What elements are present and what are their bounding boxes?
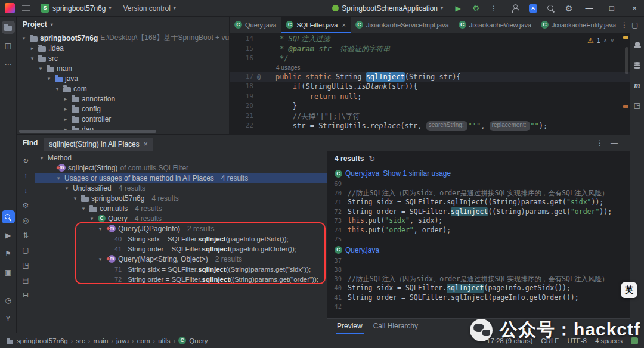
- editor-tab[interactable]: CJixiaokaoheEntity.java: [536, 17, 621, 33]
- project-widget[interactable]: S springboot57n6g ▾: [36, 2, 115, 14]
- find-tree-node[interactable]: ▾mQuery(JQPageInfo)2 results: [35, 223, 327, 234]
- editor-tab[interactable]: CJixiaokaoheServiceImpl.java: [351, 17, 454, 33]
- project-tree-item[interactable]: ▾springboot57n6g E:\Desktop\【168】基于Sprin…: [17, 33, 229, 43]
- close-icon[interactable]: ×: [342, 21, 345, 29]
- preview-code-line[interactable]: 69: [330, 179, 630, 189]
- terminal-tool-icon[interactable]: ▣: [2, 266, 15, 279]
- inspections-widget[interactable]: ⚠ 1 ∧ ∨: [584, 36, 618, 45]
- next-issue-icon[interactable]: ∨: [610, 38, 614, 44]
- project-tool-icon[interactable]: [2, 21, 15, 34]
- chevron-icon[interactable]: ▾: [80, 206, 87, 212]
- find-results-tab[interactable]: sqlInject(String) in All Places ×: [44, 138, 153, 151]
- status-widget[interactable]: UTF-8: [567, 337, 587, 344]
- status-widget[interactable]: CRLF: [541, 337, 559, 344]
- chevron-icon[interactable]: ▾: [97, 226, 104, 232]
- warning-stripe-mark[interactable]: [623, 36, 628, 39]
- preview-code-line[interactable]: 73this.put("sidx", sidx);: [330, 216, 630, 226]
- database-tool-icon[interactable]: [631, 58, 644, 72]
- bookmarks-tool-icon[interactable]: ⚑: [2, 247, 15, 260]
- git-tool-icon[interactable]: Y: [2, 312, 15, 325]
- preview-code-line[interactable]: 42: [330, 302, 630, 312]
- chevron-icon[interactable]: ▾: [97, 256, 104, 262]
- hide-panel-icon[interactable]: —: [611, 139, 618, 147]
- run-button[interactable]: ▶: [451, 2, 465, 15]
- editor-tab[interactable]: CQuery.java: [230, 17, 281, 33]
- chevron-icon[interactable]: ▾: [45, 76, 52, 82]
- options-menu-icon[interactable]: ⋮: [596, 139, 603, 147]
- collapse-all-icon[interactable]: ⊟: [20, 290, 32, 300]
- tab-list-icon[interactable]: ⋮: [621, 21, 628, 29]
- settings-gear-icon[interactable]: ⚙: [20, 200, 32, 211]
- find-tool-icon[interactable]: [2, 210, 15, 223]
- group-by-icon[interactable]: ▤: [20, 275, 32, 285]
- editor-scrollbar[interactable]: [625, 47, 628, 74]
- arrow-up-icon[interactable]: ↑: [20, 170, 32, 181]
- project-tree-item[interactable]: ▸config: [17, 104, 229, 114]
- code-line[interactable]: 16 */: [230, 54, 630, 64]
- project-tree-item[interactable]: ▾java: [17, 73, 229, 83]
- breadcrumb-item[interactable]: main: [93, 337, 108, 344]
- similar-usage-link[interactable]: Show 1 similar usage: [383, 169, 451, 178]
- preview-code-line[interactable]: 38: [330, 265, 630, 275]
- gutter-annotation-icon[interactable]: @: [257, 72, 261, 82]
- plugin-status-icon[interactable]: [631, 337, 638, 344]
- code-line[interactable]: 20 }: [230, 101, 630, 111]
- main-menu-icon[interactable]: [18, 2, 33, 15]
- project-panel-header[interactable]: Project ▾: [17, 17, 229, 32]
- file-link[interactable]: CQuery.java: [335, 246, 379, 254]
- preview-code-line[interactable]: 39//防止SQL注入（因为sidx、order是通过拼接SQL实现排序的，会有…: [330, 275, 630, 284]
- services-button[interactable]: ⚙: [469, 2, 483, 15]
- horizontal-scrollbar[interactable]: [19, 130, 156, 133]
- project-tree-item[interactable]: ▸annotation: [17, 94, 229, 104]
- chevron-icon[interactable]: ▸: [62, 116, 69, 122]
- swap-icon[interactable]: ⇅: [20, 230, 32, 241]
- history-tool-icon[interactable]: ◷: [2, 294, 15, 307]
- project-tree-item[interactable]: ▾src: [17, 53, 229, 63]
- chevron-icon[interactable]: ▾: [63, 185, 70, 191]
- chevron-icon[interactable]: ▾: [37, 66, 44, 72]
- close-button[interactable]: ×: [625, 0, 644, 16]
- chevron-icon[interactable]: ▾: [88, 216, 95, 222]
- find-tree-node[interactable]: ▾com.utils4 results: [35, 203, 327, 213]
- preview-code-line[interactable]: 70//防止SQL注入（因为sidx、order是通过拼接SQL实现排序的，会有…: [330, 189, 630, 198]
- code-line[interactable]: 19 return null;: [230, 92, 630, 102]
- code-line[interactable]: 21 //去掉'|"|;|\字符: [230, 111, 630, 122]
- vcs-widget[interactable]: Version control ▾: [119, 2, 179, 14]
- file-link[interactable]: CQuery.java: [335, 169, 379, 178]
- find-result-row[interactable]: 72String order = SQLFilter.sqlInject((St…: [35, 274, 327, 284]
- chevron-icon[interactable]: ▸: [62, 106, 69, 112]
- preview-code-line[interactable]: 37: [330, 256, 630, 266]
- breadcrumb-item[interactable]: utils: [158, 337, 170, 344]
- find-tree-node[interactable]: ▾springboot57n6g4 results: [35, 193, 327, 203]
- code-line[interactable]: 14 * SQL注入过滤: [230, 34, 630, 44]
- chevron-icon[interactable]: ▸: [62, 96, 69, 102]
- warning-stripe-mark[interactable]: [623, 105, 628, 108]
- tab-call-hierarchy[interactable]: Call Hierarchy: [372, 320, 419, 332]
- breadcrumb-item[interactable]: CQuery: [178, 337, 208, 344]
- split-editor-icon[interactable]: ▢: [631, 21, 638, 29]
- breadcrumb-item[interactable]: com: [137, 337, 150, 344]
- project-tree-item[interactable]: ▾com: [17, 83, 229, 94]
- project-tree-item[interactable]: ▾main: [17, 63, 229, 73]
- preview-code-line[interactable]: 71String sidx = SQLFilter.sqlInject((Str…: [330, 198, 630, 207]
- preview-code-line[interactable]: 74this.put("order", order);: [330, 226, 630, 235]
- prev-issue-icon[interactable]: ∧: [603, 38, 608, 44]
- maven-tool-icon[interactable]: m: [631, 79, 644, 92]
- more-tool-windows-icon[interactable]: ⋯: [2, 58, 15, 71]
- find-result-row[interactable]: 71String sidx = SQLFilter.sqlInject((Str…: [35, 264, 327, 274]
- code-line[interactable]: 22 str = StringUtils.replace(str, search…: [230, 121, 630, 131]
- breadcrumb-item[interactable]: src: [76, 337, 85, 344]
- chevron-icon[interactable]: ▾: [54, 86, 61, 92]
- chevron-icon[interactable]: ▾: [72, 195, 79, 201]
- code-line[interactable]: 15 * @param str 待验证的字符串: [230, 44, 630, 54]
- breadcrumb-item[interactable]: springboot57n6g: [6, 337, 68, 344]
- chevron-icon[interactable]: ▾: [29, 55, 36, 61]
- code-line[interactable]: 17@ public static String sqlInject(Strin…: [230, 72, 630, 82]
- target-icon[interactable]: ◎: [20, 215, 32, 226]
- maximize-button[interactable]: □: [602, 0, 621, 16]
- breadcrumb-item[interactable]: java: [116, 337, 129, 344]
- commit-tool-icon[interactable]: ◫: [2, 39, 15, 52]
- close-icon[interactable]: ×: [144, 140, 148, 148]
- minimize-button[interactable]: —: [580, 0, 599, 16]
- more-actions-button[interactable]: ⋮: [487, 2, 501, 15]
